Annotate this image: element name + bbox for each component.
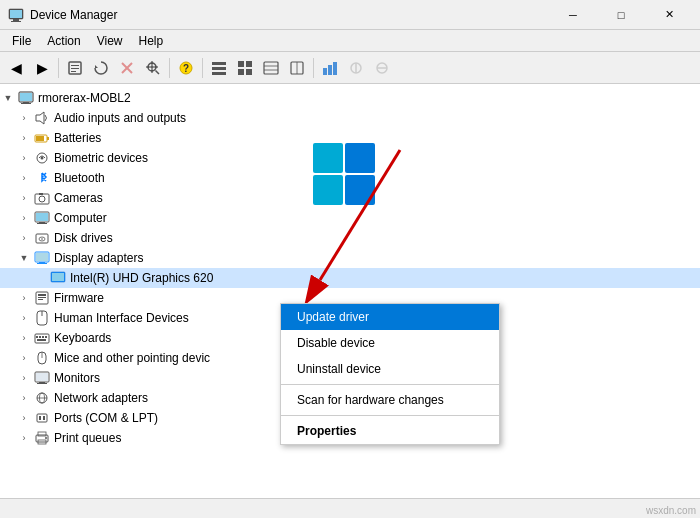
resource1-button[interactable]: [318, 56, 342, 80]
print-icon: [34, 430, 50, 446]
biometric-expand-icon[interactable]: ›: [16, 150, 32, 166]
batteries-expand-icon[interactable]: ›: [16, 130, 32, 146]
uninstall-button[interactable]: [115, 56, 139, 80]
view2-button[interactable]: [233, 56, 257, 80]
context-menu-scan[interactable]: Scan for hardware changes: [281, 387, 499, 413]
context-menu-sep1: [281, 384, 499, 385]
mice-label: Mice and other pointing devic: [52, 351, 210, 365]
context-menu-update[interactable]: Update driver: [281, 304, 499, 330]
status-bar: [0, 498, 700, 518]
svg-rect-51: [39, 222, 45, 223]
svg-rect-1: [13, 19, 19, 21]
keyboards-label: Keyboards: [52, 331, 111, 345]
menu-help[interactable]: Help: [131, 32, 172, 50]
battery-icon: [34, 130, 50, 146]
view3-button[interactable]: [259, 56, 283, 80]
svg-rect-48: [39, 193, 43, 195]
svg-rect-59: [37, 263, 47, 264]
title-bar-text: Device Manager: [30, 8, 117, 22]
monitors-label: Monitors: [52, 371, 100, 385]
menu-view[interactable]: View: [89, 32, 131, 50]
scan-button[interactable]: [141, 56, 165, 80]
network-icon: [34, 390, 50, 406]
hid-icon: [34, 310, 50, 326]
svg-marker-40: [36, 112, 44, 124]
menu-action[interactable]: Action: [39, 32, 88, 50]
tree-root[interactable]: ▼ rmorerax-MOBL2: [0, 88, 700, 108]
context-menu: Update driver Disable device Uninstall d…: [280, 303, 500, 445]
properties-button[interactable]: [63, 56, 87, 80]
svg-rect-29: [323, 68, 327, 75]
back-button[interactable]: ◀: [4, 56, 28, 80]
svg-rect-77: [36, 373, 48, 381]
title-bar-icon: [8, 7, 24, 23]
context-menu-uninstall[interactable]: Uninstall device: [281, 356, 499, 382]
resource2-button[interactable]: [344, 56, 368, 80]
windows-logo: [313, 143, 375, 205]
svg-rect-78: [39, 382, 45, 383]
root-expand-icon[interactable]: ▼: [0, 90, 16, 106]
forward-button[interactable]: ▶: [30, 56, 54, 80]
svg-rect-30: [328, 65, 332, 75]
disk-expand-icon[interactable]: ›: [16, 230, 32, 246]
network-label: Network adapters: [52, 391, 148, 405]
disk-icon: [34, 230, 50, 246]
ports-label: Ports (COM & LPT): [52, 411, 158, 425]
svg-rect-61: [52, 273, 64, 281]
svg-rect-79: [37, 383, 47, 384]
print-expand-icon[interactable]: ›: [16, 430, 32, 446]
update-button[interactable]: [89, 56, 113, 80]
biometric-icon: [34, 150, 50, 166]
svg-rect-68: [35, 334, 49, 343]
display-expand-icon[interactable]: ▼: [16, 250, 32, 266]
keyboard-icon: [34, 330, 50, 346]
bluetooth-label: Bluetooth: [52, 171, 105, 185]
firmware-expand-icon[interactable]: ›: [16, 290, 32, 306]
firmware-icon: [34, 290, 50, 306]
monitors-icon: [34, 370, 50, 386]
tree-item-display[interactable]: ▼ Display adapters: [0, 248, 700, 268]
maximize-button[interactable]: □: [598, 0, 644, 30]
resource3-button[interactable]: [370, 56, 394, 80]
tree-item-audio[interactable]: › Audio inputs and outputs: [0, 108, 700, 128]
minimize-button[interactable]: ─: [550, 0, 596, 30]
keyboards-expand-icon[interactable]: ›: [16, 330, 32, 346]
view4-button[interactable]: [285, 56, 309, 80]
bluetooth-expand-icon[interactable]: ›: [16, 170, 32, 186]
toolbar-sep-3: [202, 58, 203, 78]
svg-rect-43: [36, 136, 44, 141]
hid-expand-icon[interactable]: ›: [16, 310, 32, 326]
svg-rect-23: [246, 69, 252, 75]
computer-expand-icon[interactable]: ›: [16, 210, 32, 226]
context-menu-properties[interactable]: Properties: [281, 418, 499, 444]
audio-expand-icon[interactable]: ›: [16, 110, 32, 126]
svg-rect-31: [333, 62, 337, 75]
mice-expand-icon[interactable]: ›: [16, 350, 32, 366]
svg-point-89: [45, 437, 47, 439]
svg-rect-6: [71, 68, 79, 69]
svg-rect-71: [42, 336, 44, 338]
view1-button[interactable]: [207, 56, 231, 80]
monitors-expand-icon[interactable]: ›: [16, 370, 32, 386]
svg-rect-52: [37, 223, 47, 224]
cameras-expand-icon[interactable]: ›: [16, 190, 32, 206]
close-button[interactable]: ✕: [646, 0, 692, 30]
watermark: wsxdn.com: [646, 505, 696, 516]
toolbar-sep-4: [313, 58, 314, 78]
graphics-icon: [50, 270, 66, 286]
tree-item-graphics[interactable]: › Intel(R) UHD Graphics 620: [0, 268, 700, 288]
help-button[interactable]: ?: [174, 56, 198, 80]
ports-expand-icon[interactable]: ›: [16, 410, 32, 426]
tree-item-computer[interactable]: › Computer: [0, 208, 700, 228]
network-expand-icon[interactable]: ›: [16, 390, 32, 406]
context-menu-disable[interactable]: Disable device: [281, 330, 499, 356]
biometric-label: Biometric devices: [52, 151, 148, 165]
svg-rect-21: [246, 61, 252, 67]
tree-item-disk[interactable]: › Disk drives: [0, 228, 700, 248]
hid-label: Human Interface Devices: [52, 311, 189, 325]
batteries-label: Batteries: [52, 131, 101, 145]
disk-label: Disk drives: [52, 231, 113, 245]
svg-rect-19: [212, 72, 226, 75]
camera-icon: [34, 190, 50, 206]
menu-file[interactable]: File: [4, 32, 39, 50]
